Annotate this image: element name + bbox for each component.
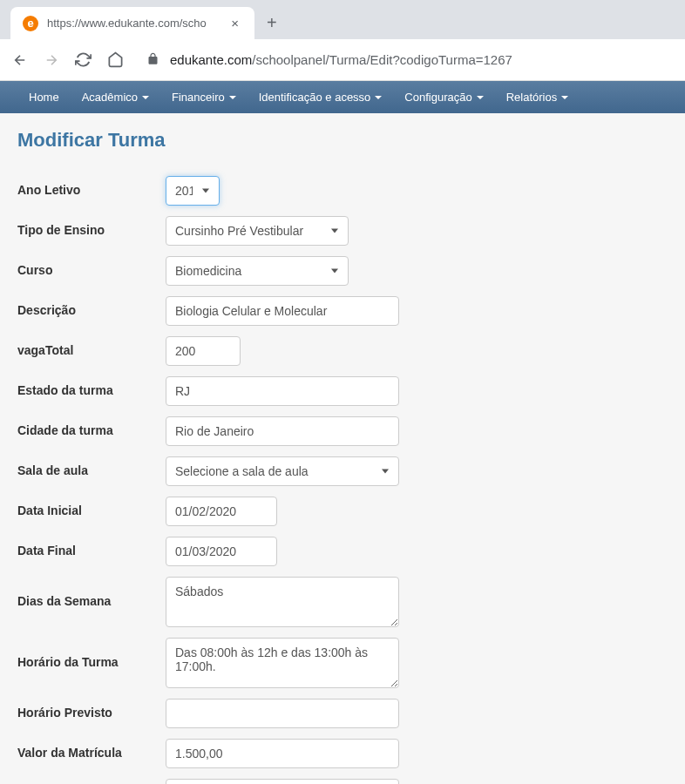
input-cidade[interactable] xyxy=(166,416,399,446)
favicon: e xyxy=(23,16,38,31)
nav-label: Configuração xyxy=(404,91,471,104)
label-data-inicial: Data Inicial xyxy=(17,497,166,517)
nav-label: Home xyxy=(29,91,59,104)
back-button[interactable] xyxy=(12,52,28,68)
label-valor-mensalidade: Valor da Mensalidade xyxy=(17,779,166,784)
label-vaga-total: vagaTotal xyxy=(17,336,166,357)
textarea-dias-semana[interactable]: Sábados xyxy=(166,577,399,627)
row-ano-letivo: Ano Letivo 201 xyxy=(17,176,668,206)
url-path: /schoolpanel/Turma/Edit?codigoTurma=1267 xyxy=(252,52,512,67)
label-tipo-ensino: Tipo de Ensino xyxy=(17,216,166,237)
lock-icon xyxy=(146,52,159,68)
nav-relatorios[interactable]: Relatórios xyxy=(495,81,580,113)
nav-label: Identificação e acesso xyxy=(259,91,371,104)
row-sala: Sala de aula Selecione a sala de aula xyxy=(17,456,668,486)
row-horario-turma: Horário da Turma Das 08:00h às 12h e das… xyxy=(17,638,668,688)
row-dias-semana: Dias da Semana Sábados xyxy=(17,577,668,627)
row-tipo-ensino: Tipo de Ensino Cursinho Pré Vestibular xyxy=(17,216,668,246)
forward-button[interactable] xyxy=(44,52,59,68)
input-data-inicial[interactable] xyxy=(166,497,277,526)
nav-academico[interactable]: Acadêmico xyxy=(71,81,160,113)
label-descricao: Descrição xyxy=(17,296,166,317)
input-horario-previsto[interactable] xyxy=(166,699,399,728)
row-data-inicial: Data Inicial xyxy=(17,497,668,526)
select-curso[interactable]: Biomedicina xyxy=(166,256,349,286)
page-content: Modificar Turma Ano Letivo 201 Tipo de E… xyxy=(0,113,685,784)
reload-button[interactable] xyxy=(75,51,92,68)
nav-configuracao[interactable]: Configuração xyxy=(393,81,494,113)
address-bar[interactable]: edukante.com/schoolpanel/Turma/Edit?codi… xyxy=(146,52,673,68)
url-domain: edukante.com xyxy=(170,52,252,67)
tab-close-icon[interactable]: × xyxy=(227,14,242,32)
textarea-horario-turma[interactable]: Das 08:00h às 12h e das 13:00h às 17:00h… xyxy=(166,638,399,688)
caret-icon xyxy=(375,96,382,99)
row-valor-matricula: Valor da Matrícula xyxy=(17,739,668,768)
row-cidade: Cidade da turma xyxy=(17,416,668,446)
input-vaga-total[interactable] xyxy=(166,336,241,366)
nav-label: Financeiro xyxy=(172,91,225,104)
label-dias-semana: Dias da Semana xyxy=(17,577,166,608)
browser-chrome: e https://www.edukante.com/scho × + eduk… xyxy=(0,0,685,81)
select-ano-letivo[interactable]: 201 xyxy=(166,176,220,206)
row-valor-mensalidade: Valor da Mensalidade xyxy=(17,779,668,784)
main-navbar: Home Acadêmico Financeiro Identificação … xyxy=(0,81,685,113)
input-estado[interactable] xyxy=(166,376,399,406)
caret-icon xyxy=(229,96,236,99)
caret-icon xyxy=(477,96,484,99)
label-horario-turma: Horário da Turma xyxy=(17,638,166,669)
label-curso: Curso xyxy=(17,256,166,277)
page-title: Modificar Turma xyxy=(17,129,668,152)
row-data-final: Data Final xyxy=(17,537,668,566)
row-vaga-total: vagaTotal xyxy=(17,336,668,366)
label-estado: Estado da turma xyxy=(17,376,166,397)
tab-bar: e https://www.edukante.com/scho × + xyxy=(0,0,685,39)
browser-tab[interactable]: e https://www.edukante.com/scho × xyxy=(10,7,254,39)
select-sala[interactable]: Selecione a sala de aula xyxy=(166,456,399,486)
label-sala: Sala de aula xyxy=(17,456,166,477)
label-valor-matricula: Valor da Matrícula xyxy=(17,739,166,760)
row-estado: Estado da turma xyxy=(17,376,668,406)
nav-label: Acadêmico xyxy=(82,91,138,104)
label-ano-letivo: Ano Letivo xyxy=(17,176,166,197)
label-cidade: Cidade da turma xyxy=(17,416,166,437)
nav-financeiro[interactable]: Financeiro xyxy=(160,81,248,113)
select-tipo-ensino[interactable]: Cursinho Pré Vestibular xyxy=(166,216,349,246)
input-valor-mensalidade[interactable] xyxy=(166,779,399,784)
caret-icon xyxy=(561,96,568,99)
browser-toolbar: edukante.com/schoolpanel/Turma/Edit?codi… xyxy=(0,39,685,81)
label-horario-previsto: Horário Previsto xyxy=(17,699,166,720)
row-curso: Curso Biomedicina xyxy=(17,256,668,286)
new-tab-button[interactable]: + xyxy=(267,13,277,33)
input-data-final[interactable] xyxy=(166,537,277,566)
row-descricao: Descrição xyxy=(17,296,668,326)
input-valor-matricula[interactable] xyxy=(166,739,399,768)
input-descricao[interactable] xyxy=(166,296,399,326)
label-data-final: Data Final xyxy=(17,537,166,558)
tab-title: https://www.edukante.com/scho xyxy=(47,17,227,30)
nav-label: Relatórios xyxy=(506,91,558,104)
nav-home[interactable]: Home xyxy=(17,81,71,113)
caret-icon xyxy=(142,96,149,99)
row-horario-previsto: Horário Previsto xyxy=(17,699,668,728)
nav-identificacao[interactable]: Identificação e acesso xyxy=(248,81,394,113)
home-button[interactable] xyxy=(107,51,124,68)
